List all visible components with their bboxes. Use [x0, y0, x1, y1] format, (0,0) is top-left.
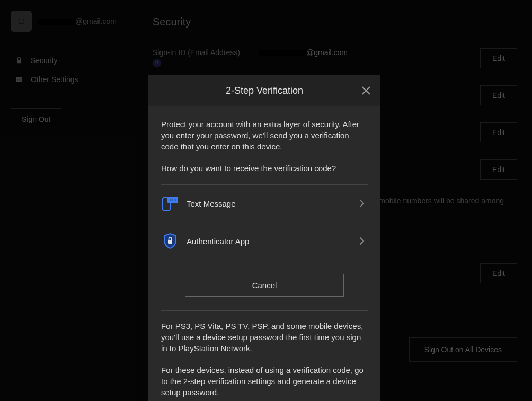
sidebar-item-label: Other Settings — [31, 75, 78, 84]
modal-intro-text: Protect your account with an extra layer… — [161, 119, 368, 152]
row-label-text: Sign-In ID (Email Address) — [153, 48, 240, 57]
page-title: Security — [153, 16, 517, 28]
edit-button[interactable]: Edit — [480, 263, 517, 283]
svg-rect-2 — [17, 60, 21, 63]
edit-button[interactable]: Edit — [480, 48, 517, 68]
edit-button[interactable]: Edit — [480, 159, 517, 180]
option-authenticator-app[interactable]: Authenticator App — [161, 222, 368, 260]
option-text-message[interactable]: Text Message — [161, 184, 368, 222]
svg-point-4 — [17, 79, 19, 81]
modal-body: Protect your account with an extra layer… — [148, 106, 380, 401]
close-icon[interactable] — [360, 85, 372, 96]
svg-point-1 — [22, 19, 24, 20]
svg-point-0 — [18, 19, 20, 20]
svg-rect-6 — [19, 80, 21, 81]
sidebar: @gmail.com Security Other Settings Sign … — [0, 0, 143, 401]
chevron-right-icon — [359, 237, 365, 245]
sign-out-all-devices-button[interactable]: Sign Out on All Devices — [409, 337, 517, 362]
email-suffix: @gmail.com — [75, 17, 117, 25]
modal-prompt-text: How do you want to receive the verificat… — [161, 163, 368, 174]
svg-rect-12 — [168, 240, 172, 244]
two-step-verification-modal: 2-Step Verification Protect your account… — [148, 75, 380, 401]
email-suffix: @gmail.com — [306, 48, 348, 57]
modal-title: 2-Step Verification — [148, 85, 380, 96]
sidebar-item-security[interactable]: Security — [8, 51, 135, 70]
profile-email: @gmail.com — [38, 17, 117, 25]
help-icon[interactable]: ? — [153, 59, 161, 67]
sidebar-item-label: Security — [31, 56, 58, 65]
sidebar-item-other-settings[interactable]: Other Settings — [8, 70, 135, 89]
modal-footer-text-2: For these devices, instead of using a ve… — [161, 364, 368, 398]
phone-message-icon — [161, 195, 179, 211]
edit-button[interactable]: Edit — [480, 85, 517, 105]
option-label: Text Message — [187, 199, 352, 208]
svg-rect-5 — [19, 79, 22, 79]
svg-point-9 — [170, 199, 171, 200]
svg-rect-3 — [16, 77, 22, 82]
edit-button[interactable]: Edit — [480, 122, 517, 142]
svg-point-11 — [175, 199, 176, 200]
cancel-button[interactable]: Cancel — [185, 274, 344, 297]
option-label: Authenticator App — [187, 237, 352, 246]
modal-footer-text-1: For PS3, PS Vita, PS TV, PSP, and some m… — [161, 320, 368, 354]
lock-icon — [15, 56, 23, 65]
masked-region — [38, 19, 75, 25]
svg-point-10 — [172, 199, 173, 200]
shield-lock-icon — [162, 232, 178, 250]
chevron-right-icon — [359, 199, 365, 208]
id-card-icon — [15, 75, 23, 84]
avatar — [11, 11, 32, 32]
modal-header: 2-Step Verification — [148, 75, 380, 106]
row-signin-id: Sign-In ID (Email Address) ? @gmail.com … — [153, 48, 517, 68]
avatar-face-icon — [15, 15, 28, 28]
profile-block: @gmail.com — [8, 11, 135, 32]
masked-region — [259, 50, 306, 56]
sign-out-button[interactable]: Sign Out — [11, 108, 61, 130]
row-value: @gmail.com — [259, 48, 480, 57]
modal-divider — [161, 310, 368, 311]
